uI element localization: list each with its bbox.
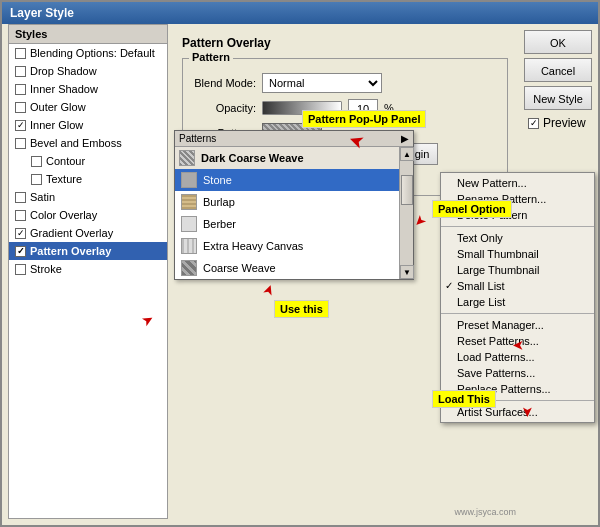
- texture-label: Texture: [46, 173, 82, 185]
- separator-2: [441, 313, 594, 314]
- pattern-popup-panel: Patterns ▶ Dark Coarse Weave Stone: [174, 130, 414, 280]
- drop-shadow-checkbox[interactable]: [15, 66, 26, 77]
- color-overlay-label: Color Overlay: [30, 209, 97, 221]
- contour-checkbox[interactable]: [31, 156, 42, 167]
- bevel-checkbox[interactable]: [15, 138, 26, 149]
- canvas-label: Extra Heavy Canvas: [203, 240, 303, 252]
- menu-item-new-pattern[interactable]: New Pattern...: [441, 175, 594, 191]
- callout-use-this: Use this: [274, 300, 329, 318]
- watermark: www.jsyca.com: [454, 507, 516, 517]
- berber-label: Berber: [203, 218, 236, 230]
- group-box-title: Pattern: [189, 51, 233, 63]
- stone-thumb: [181, 172, 197, 188]
- outer-glow-label: Outer Glow: [30, 101, 86, 113]
- drop-shadow-label: Drop Shadow: [30, 65, 97, 77]
- outer-glow-checkbox[interactable]: [15, 102, 26, 113]
- blend-mode-select[interactable]: Normal Dissolve Multiply Screen Overlay: [262, 73, 382, 93]
- opacity-label: Opacity:: [191, 102, 256, 114]
- preview-label: Preview: [543, 116, 586, 130]
- coarse-thumb: [181, 260, 197, 276]
- sidebar-item-pattern-overlay[interactable]: ✓ Pattern Overlay: [9, 242, 167, 260]
- menu-item-small-list[interactable]: Small List: [441, 278, 594, 294]
- inner-glow-checkbox[interactable]: ✓: [15, 120, 26, 131]
- pattern-list-item-coarse[interactable]: Coarse Weave: [175, 257, 413, 279]
- sidebar-item-outer-glow[interactable]: Outer Glow: [9, 98, 167, 116]
- gradient-overlay-label: Gradient Overlay: [30, 227, 113, 239]
- left-panel: Styles Blending Options: Default Drop Sh…: [8, 24, 168, 519]
- inner-shadow-label: Inner Shadow: [30, 83, 98, 95]
- pattern-list-item-stone[interactable]: Stone: [175, 169, 413, 191]
- red-arrow-load-this: ➤: [520, 406, 536, 418]
- blending-label: Blending Options: Default: [30, 47, 155, 59]
- canvas-thumb: [181, 238, 197, 254]
- pattern-group-name: Dark Coarse Weave: [201, 152, 304, 164]
- cancel-button[interactable]: Cancel: [524, 58, 592, 82]
- pattern-popup-title: Patterns: [179, 133, 216, 144]
- right-buttons-panel: OK Cancel New Style ✓ Preview: [520, 24, 594, 138]
- pattern-list-item-berber[interactable]: Berber: [175, 213, 413, 235]
- styles-label: Styles: [15, 28, 47, 40]
- coarse-label: Coarse Weave: [203, 262, 276, 274]
- ok-button[interactable]: OK: [524, 30, 592, 54]
- sidebar-item-gradient-overlay[interactable]: ✓ Gradient Overlay: [9, 224, 167, 242]
- stroke-label: Stroke: [30, 263, 62, 275]
- satin-checkbox[interactable]: [15, 192, 26, 203]
- inner-shadow-checkbox[interactable]: [15, 84, 26, 95]
- burlap-thumb: [181, 194, 197, 210]
- pattern-popup-header: Patterns ▶: [175, 131, 413, 147]
- scroll-down-arrow[interactable]: ▼: [400, 265, 414, 279]
- menu-item-text-only[interactable]: Text Only: [441, 230, 594, 246]
- menu-item-large-thumbnail[interactable]: Large Thumbnail: [441, 262, 594, 278]
- pattern-list-container: Dark Coarse Weave Stone Burlap Berber: [175, 147, 413, 279]
- red-arrow-small-list: ➤: [512, 338, 524, 354]
- menu-item-small-thumbnail[interactable]: Small Thumbnail: [441, 246, 594, 262]
- scroll-up-arrow[interactable]: ▲: [400, 147, 414, 161]
- sidebar-item-inner-shadow[interactable]: Inner Shadow: [9, 80, 167, 98]
- menu-item-save-patterns[interactable]: Save Patterns...: [441, 365, 594, 381]
- blend-mode-row: Blend Mode: Normal Dissolve Multiply Scr…: [191, 73, 499, 93]
- left-panel-header: Styles: [9, 25, 167, 44]
- satin-label: Satin: [30, 191, 55, 203]
- texture-checkbox[interactable]: [31, 174, 42, 185]
- blending-checkbox[interactable]: [15, 48, 26, 59]
- inner-glow-label: Inner Glow: [30, 119, 83, 131]
- dialog-title: Layer Style: [10, 6, 74, 20]
- stone-label: Stone: [203, 174, 232, 186]
- callout-load-this: Load This: [432, 390, 496, 408]
- blend-mode-label: Blend Mode:: [191, 77, 256, 89]
- sidebar-item-texture[interactable]: Texture: [9, 170, 167, 188]
- title-bar: Layer Style: [2, 2, 598, 24]
- burlap-label: Burlap: [203, 196, 235, 208]
- preview-checkbox[interactable]: ✓: [528, 118, 539, 129]
- callout-panel-option: Panel Option: [432, 200, 512, 218]
- menu-item-preset-manager[interactable]: Preset Manager...: [441, 317, 594, 333]
- blend-mode-select-wrapper[interactable]: Normal Dissolve Multiply Screen Overlay: [262, 73, 382, 93]
- panel-options-arrow[interactable]: ▶: [401, 133, 409, 144]
- sidebar-item-stroke[interactable]: Stroke: [9, 260, 167, 278]
- sidebar-item-blending[interactable]: Blending Options: Default: [9, 44, 167, 62]
- menu-item-large-list[interactable]: Large List: [441, 294, 594, 310]
- color-overlay-checkbox[interactable]: [15, 210, 26, 221]
- sidebar-item-contour[interactable]: Contour: [9, 152, 167, 170]
- pattern-overlay-checkbox[interactable]: ✓: [15, 246, 26, 257]
- pattern-list-item-burlap[interactable]: Burlap: [175, 191, 413, 213]
- sidebar-item-drop-shadow[interactable]: Drop Shadow: [9, 62, 167, 80]
- pattern-group-header: Dark Coarse Weave: [175, 147, 413, 169]
- sidebar-item-color-overlay[interactable]: Color Overlay: [9, 206, 167, 224]
- sidebar-item-bevel[interactable]: Bevel and Emboss: [9, 134, 167, 152]
- weave-thumb: [179, 150, 195, 166]
- separator-1: [441, 226, 594, 227]
- pattern-list-scrollbar[interactable]: ▲ ▼: [399, 147, 413, 279]
- new-style-button[interactable]: New Style: [524, 86, 592, 110]
- sidebar-item-satin[interactable]: Satin: [9, 188, 167, 206]
- contour-label: Contour: [46, 155, 85, 167]
- berber-thumb: [181, 216, 197, 232]
- scrollbar-thumb[interactable]: [401, 175, 413, 205]
- sidebar-item-inner-glow[interactable]: ✓ Inner Glow: [9, 116, 167, 134]
- stroke-checkbox[interactable]: [15, 264, 26, 275]
- pattern-list-item-canvas[interactable]: Extra Heavy Canvas: [175, 235, 413, 257]
- pattern-overlay-label: Pattern Overlay: [30, 245, 111, 257]
- layer-style-dialog: Layer Style Styles Blending Options: Def…: [0, 0, 600, 527]
- pattern-list: Dark Coarse Weave Stone Burlap Berber: [175, 147, 413, 279]
- gradient-overlay-checkbox[interactable]: ✓: [15, 228, 26, 239]
